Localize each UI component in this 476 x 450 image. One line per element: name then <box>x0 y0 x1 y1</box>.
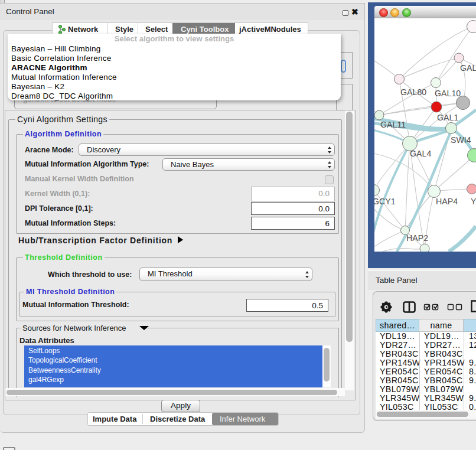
svg-text:GAL11: GAL11 <box>380 120 406 129</box>
svg-text:GAL10: GAL10 <box>435 89 461 98</box>
svg-text:YJL2: YJL2 <box>471 197 476 206</box>
svg-text:GCY1: GCY1 <box>374 197 396 206</box>
svg-text:HAP4: HAP4 <box>436 197 458 206</box>
svg-text:HAP2: HAP2 <box>406 233 428 243</box>
svg-text:GAL4: GAL4 <box>410 149 431 158</box>
svg-text:GAL80: GAL80 <box>400 87 426 97</box>
svg-text:GAL2: GAL2 <box>460 63 476 73</box>
svg-text:GAL1: GAL1 <box>437 113 458 122</box>
svg-text:SWI4: SWI4 <box>451 135 471 145</box>
